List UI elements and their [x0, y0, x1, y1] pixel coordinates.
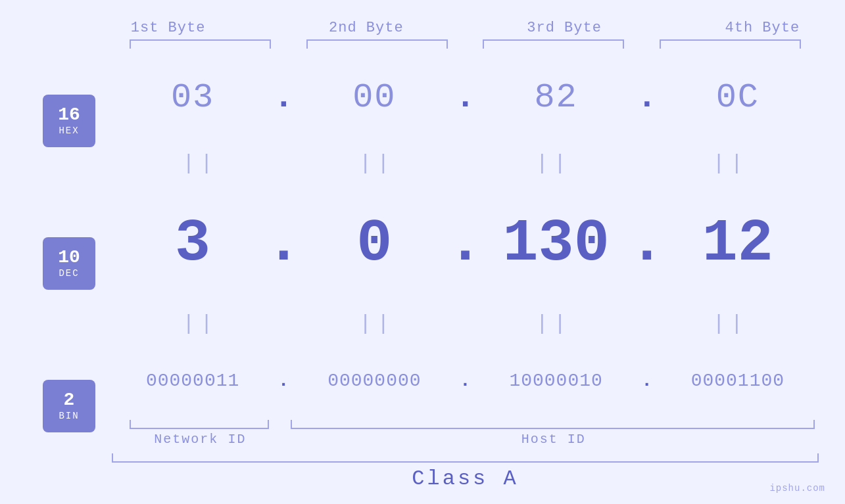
dec-byte-2: 0	[293, 210, 455, 277]
labels-column: 16 HEX 10 DEC 2 BIN	[26, 36, 112, 491]
equals-2-2: ||	[289, 311, 466, 337]
class-label: Class A	[112, 467, 819, 491]
top-bracket-line-2	[306, 39, 448, 49]
bin-dot-3: .	[637, 371, 657, 391]
byte-headers: 1st Byte 2nd Byte 3rd Byte 4th Byte	[69, 20, 845, 36]
byte-header-1: 1st Byte	[69, 20, 267, 36]
bin-badge: 2 BIN	[43, 380, 95, 432]
equals-1-3: ||	[466, 150, 642, 177]
hex-dot-3: .	[637, 78, 657, 117]
top-bracket-4	[642, 39, 819, 51]
hex-badge: 16 HEX	[43, 95, 95, 147]
top-bracket-1	[112, 39, 289, 51]
bin-dot-1: .	[274, 371, 293, 391]
class-section: Class A	[112, 453, 819, 491]
equals-row-2: || || || ||	[112, 311, 819, 337]
hex-byte-1: 03	[112, 78, 274, 117]
dec-byte-4: 12	[657, 210, 819, 277]
byte-header-3: 3rd Byte	[466, 20, 664, 36]
dec-byte-1: 3	[112, 210, 274, 277]
dec-dot-1: .	[274, 210, 293, 277]
main-grid: 16 HEX 10 DEC 2 BIN	[26, 36, 819, 491]
equals-1-4: ||	[642, 150, 819, 177]
hex-byte-4: 0C	[657, 78, 819, 117]
equals-2-4: ||	[642, 311, 819, 337]
hex-dot-2: .	[456, 78, 475, 117]
bin-row: 00000011 . 00000000 . 10000010 . 0000110…	[112, 371, 819, 391]
host-bracket-line	[291, 420, 815, 429]
equals-row-1: || || || ||	[112, 150, 819, 177]
host-id-label: Host ID	[289, 432, 819, 447]
dec-byte-3: 130	[475, 210, 637, 277]
byte-header-4: 4th Byte	[664, 20, 845, 36]
hex-row: 03 . 00 . 82 . 0C	[112, 78, 819, 117]
dec-row: 3 . 0 . 130 . 12	[112, 210, 819, 277]
dec-dot-3: .	[637, 210, 657, 277]
hex-dot-1: .	[274, 78, 293, 117]
equals-1-2: ||	[289, 150, 466, 177]
top-bracket-3	[466, 39, 642, 51]
main-container: 1st Byte 2nd Byte 3rd Byte 4th Byte 16 H…	[0, 0, 845, 504]
top-bracket	[112, 39, 819, 51]
bin-byte-4: 00001100	[657, 371, 819, 391]
top-bracket-line-1	[130, 39, 271, 49]
network-bracket-container	[112, 417, 287, 429]
host-bracket-container	[287, 417, 819, 429]
watermark: ipshu.com	[769, 483, 825, 493]
data-rows: 03 . 00 . 82 . 0C || || || || 3	[112, 55, 819, 415]
content-area: 03 . 00 . 82 . 0C || || || || 3	[112, 36, 819, 491]
bin-byte-2: 00000000	[293, 371, 455, 391]
bin-byte-3: 10000010	[475, 371, 637, 391]
top-bracket-line-3	[483, 39, 624, 49]
equals-2-1: ||	[112, 311, 289, 337]
bottom-brackets	[112, 417, 819, 429]
bin-dot-2: .	[456, 371, 475, 391]
network-bracket-line	[130, 420, 270, 429]
top-bracket-2	[289, 39, 466, 51]
class-bracket	[112, 453, 819, 463]
dec-dot-2: .	[456, 210, 475, 277]
byte-header-2: 2nd Byte	[267, 20, 465, 36]
equals-1-1: ||	[112, 150, 289, 177]
equals-2-3: ||	[466, 311, 642, 337]
network-id-label: Network ID	[112, 432, 289, 447]
hex-byte-3: 82	[475, 78, 637, 117]
hex-byte-2: 00	[293, 78, 455, 117]
bin-byte-1: 00000011	[112, 371, 274, 391]
id-labels: Network ID Host ID	[112, 432, 819, 447]
top-bracket-line-4	[660, 39, 801, 49]
dec-badge: 10 DEC	[43, 237, 95, 290]
